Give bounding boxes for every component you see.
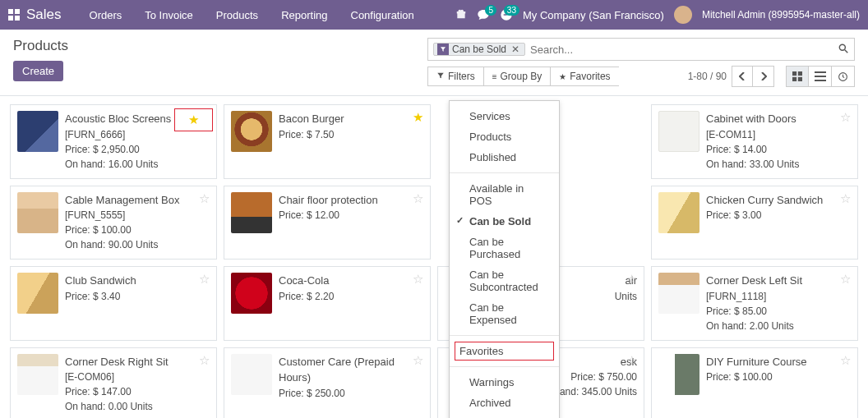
product-card[interactable]: Chair floor protectionPrice: $ 12.00☆ xyxy=(224,186,431,260)
svg-rect-0 xyxy=(8,9,13,14)
list-icon: ≡ xyxy=(492,72,497,81)
product-image xyxy=(231,273,272,314)
product-code: [E-COM11] xyxy=(706,127,851,142)
filter-can-be-sold[interactable]: Can be Sold xyxy=(450,211,559,232)
star-icon[interactable]: ☆ xyxy=(199,191,210,206)
search-filter-chip[interactable]: Can be Sold ✕ xyxy=(433,43,525,56)
product-code: [FURN_5555] xyxy=(65,208,210,223)
product-card[interactable]: Bacon BurgerPrice: $ 7.50★ xyxy=(224,104,431,179)
star-icon[interactable]: ☆ xyxy=(413,272,423,287)
menu-to-invoice[interactable]: To Invoice xyxy=(133,0,205,30)
filter-can-be-purchased[interactable]: Can be Purchased xyxy=(450,232,559,264)
svg-rect-10 xyxy=(815,71,826,73)
avatar[interactable] xyxy=(674,6,692,24)
view-kanban[interactable] xyxy=(786,66,809,87)
product-code: [E-COM06] xyxy=(65,370,210,384)
filter-archived[interactable]: Archived xyxy=(450,393,559,413)
product-card[interactable]: Coca-ColaPrice: $ 2.20☆ xyxy=(224,266,431,341)
product-image xyxy=(658,111,699,152)
search-input[interactable] xyxy=(525,44,838,56)
product-name: Bacon Burger xyxy=(279,111,423,127)
star-icon[interactable]: ☆ xyxy=(199,272,210,287)
favorites-button[interactable]: ★ Favorites xyxy=(550,67,618,86)
product-price: Price: $ 7.50 xyxy=(279,127,423,142)
search-box[interactable]: Can be Sold ✕ xyxy=(427,38,855,61)
view-activity[interactable] xyxy=(832,66,855,87)
pager-prev[interactable] xyxy=(732,66,753,87)
star-icon[interactable]: ☆ xyxy=(413,353,423,368)
chip-remove-icon[interactable]: ✕ xyxy=(510,44,521,55)
filters-label: Filters xyxy=(448,71,475,82)
star-icon[interactable]: ☆ xyxy=(840,353,851,368)
product-card[interactable]: Club SandwichPrice: $ 3.40☆ xyxy=(10,266,217,341)
apps-icon[interactable] xyxy=(8,9,20,21)
product-card[interactable]: Corner Desk Left Sit[FURN_1118]Price: $ … xyxy=(651,266,858,341)
pager-text[interactable]: 1-80 / 90 xyxy=(688,71,727,82)
filter-services[interactable]: Services xyxy=(450,106,559,126)
filters-dropdown: Services Products Published Available in… xyxy=(449,100,560,418)
activity-icon[interactable]: 33 xyxy=(500,8,513,21)
product-price: Price: $ 100.00 xyxy=(65,223,210,237)
page-title: Products xyxy=(13,38,68,54)
menu-products[interactable]: Products xyxy=(205,0,270,30)
pager-next[interactable] xyxy=(753,66,774,87)
star-icon[interactable]: ☆ xyxy=(626,353,637,368)
menu-configuration[interactable]: Configuration xyxy=(339,0,426,30)
product-price: Price: $ 14.00 xyxy=(706,142,851,157)
star-icon[interactable]: ☆ xyxy=(413,191,423,206)
filter-can-be-subcontracted[interactable]: Can be Subcontracted xyxy=(450,264,559,297)
filter-products[interactable]: Products xyxy=(450,126,559,147)
filter-available-pos[interactable]: Available in POS xyxy=(450,178,559,211)
svg-rect-11 xyxy=(815,76,826,77)
svg-line-5 xyxy=(845,49,848,53)
create-button[interactable]: Create xyxy=(13,61,63,81)
filter-favorites[interactable]: Favorites xyxy=(450,341,559,361)
product-price: Price: $ 250.00 xyxy=(279,386,423,401)
app-brand[interactable]: Sales xyxy=(26,7,62,23)
star-icon[interactable]: ☆ xyxy=(840,191,851,206)
filter-can-be-expensed[interactable]: Can be Expensed xyxy=(450,297,559,330)
menu-orders[interactable]: Orders xyxy=(78,0,134,30)
filter-warnings[interactable]: Warnings xyxy=(450,372,559,393)
product-name: Corner Desk Left Sit xyxy=(706,273,851,289)
product-code: [FURN_1118] xyxy=(706,289,851,304)
product-card[interactable]: Cable Management Box[FURN_5555]Price: $ … xyxy=(10,186,217,260)
product-price: Price: $ 3.40 xyxy=(65,289,210,304)
view-list[interactable] xyxy=(809,66,832,87)
product-card[interactable]: Chicken Curry SandwichPrice: $ 3.00☆ xyxy=(651,186,858,260)
svg-rect-9 xyxy=(798,77,802,81)
product-card[interactable]: Cabinet with Doors[E-COM11]Price: $ 14.0… xyxy=(651,104,858,179)
groupby-button[interactable]: ≡ Group By xyxy=(483,67,551,86)
product-card[interactable]: Corner Desk Right Sit[E-COM06]Price: $ 1… xyxy=(10,347,217,419)
star-icon[interactable]: ★ xyxy=(413,110,423,125)
product-image xyxy=(17,111,58,152)
company-switcher[interactable]: My Company (San Francisco) xyxy=(523,9,664,21)
product-onhand: On hand: 90.00 Units xyxy=(65,237,210,252)
filter-published[interactable]: Published xyxy=(450,147,559,168)
messaging-icon[interactable]: 5 xyxy=(477,8,490,21)
chip-label: Can be Sold xyxy=(452,44,506,55)
product-price: Price: $ 100.00 xyxy=(706,370,851,384)
user-menu[interactable]: Mitchell Admin (8995954-master-all) xyxy=(702,9,860,21)
product-image xyxy=(658,354,699,395)
product-image xyxy=(231,111,272,152)
star-icon[interactable]: ★ xyxy=(188,113,199,126)
gift-icon[interactable] xyxy=(455,8,467,22)
menu-reporting[interactable]: Reporting xyxy=(270,0,339,30)
product-name: Chair floor protection xyxy=(279,192,423,209)
product-card[interactable]: Acoustic Bloc Screens[FURN_6666]Price: $… xyxy=(10,104,217,179)
product-onhand: On hand: 16.00 Units xyxy=(65,157,210,172)
product-image xyxy=(231,354,272,395)
product-image xyxy=(17,354,58,395)
control-bar: Products Create Can be Sold ✕ Filters xyxy=(0,30,868,87)
star-icon[interactable]: ☆ xyxy=(840,272,851,287)
product-card[interactable]: DIY Furniture CoursePrice: $ 100.00☆ xyxy=(651,347,858,419)
search-icon[interactable] xyxy=(838,43,849,57)
filters-button[interactable]: Filters xyxy=(427,67,483,86)
star-icon[interactable]: ☆ xyxy=(199,353,210,368)
star-icon[interactable]: ☆ xyxy=(626,272,637,287)
star-icon[interactable]: ☆ xyxy=(840,110,851,125)
kanban-icon xyxy=(792,71,802,81)
product-card[interactable]: Customer Care (Prepaid Hours)Price: $ 25… xyxy=(224,347,431,419)
product-price: Price: $ 12.00 xyxy=(279,208,423,223)
